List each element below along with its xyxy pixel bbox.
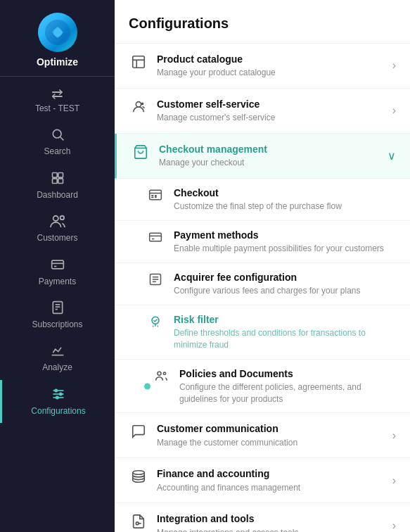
svg-point-46 (158, 372, 161, 375)
svg-point-7 (53, 216, 58, 221)
integration-tools-icon (129, 514, 148, 529)
sidebar-item-subscriptions[interactable]: Subscriptions (0, 293, 115, 336)
svg-point-22 (56, 396, 58, 398)
product-catalogue-icon (129, 54, 148, 70)
list-item[interactable]: Acquirer fee configuration Configure var… (115, 263, 410, 305)
item-content: Customer communication Manage the custom… (157, 422, 384, 448)
list-item[interactable]: Checkout management Manage your checkout… (115, 134, 410, 179)
transfer-icon: ⇄ (51, 87, 63, 101)
chevron-down-icon: ∨ (387, 149, 396, 163)
item-content: Risk filter Define thresholds and condit… (174, 313, 396, 351)
list-item[interactable]: Checkout Customize the final step of the… (115, 179, 410, 221)
app-name: Optimize (37, 56, 78, 68)
page-title: Configurations (115, 0, 410, 44)
configurations-icon (51, 387, 65, 403)
sidebar: Optimize ⇄ Test - TEST Search Dashboard (0, 0, 115, 532)
svg-rect-5 (52, 179, 57, 184)
item-desc: Manage integrations and access tools (157, 527, 384, 532)
config-list: Product catalogue Manage your product ca… (115, 44, 410, 532)
list-item[interactable]: Risk filter Define thresholds and condit… (115, 305, 410, 360)
item-content: Payment methods Enable multiple payment … (174, 229, 396, 255)
list-item[interactable]: Integration and tools Manage integration… (115, 503, 410, 532)
item-title: Policies and Documents (179, 367, 396, 380)
svg-point-48 (133, 471, 145, 475)
item-title: Risk filter (174, 313, 396, 326)
search-icon (51, 127, 65, 144)
item-desc: Enable multiple payment possibilities fo… (174, 243, 396, 255)
chevron-right-icon: › (392, 104, 396, 117)
svg-rect-23 (133, 56, 145, 68)
sidebar-item-label: Payments (39, 277, 76, 286)
customer-communication-icon (129, 424, 148, 439)
arrow-annotation (115, 319, 118, 345)
sidebar-item-payments[interactable]: Payments (0, 251, 115, 293)
risk-filter-icon (146, 315, 165, 329)
item-desc: Configure the different policies, agreem… (179, 381, 396, 405)
item-content: Checkout Customize the final step of the… (174, 186, 396, 213)
dashboard-icon (51, 171, 65, 187)
svg-point-1 (53, 130, 61, 139)
sidebar-item-label: Subscriptions (32, 319, 82, 329)
svg-rect-9 (51, 260, 63, 269)
sidebar-item-label: Search (44, 146, 70, 156)
sidebar-item-label: Configurations (31, 406, 85, 416)
customer-self-service-icon (129, 99, 148, 115)
item-title: Checkout (174, 186, 396, 199)
online-indicator (144, 383, 150, 389)
sidebar-item-analyze[interactable]: Analyze (0, 336, 115, 379)
item-title: Customer communication (157, 422, 384, 435)
chevron-right-icon: › (392, 59, 396, 72)
item-title: Checkout management (159, 143, 379, 156)
item-desc: Configure various fees and charges for y… (174, 285, 396, 297)
sidebar-item-customers[interactable]: Customers (0, 207, 115, 250)
item-desc: Manage the customer communication (157, 437, 384, 449)
svg-rect-6 (58, 179, 63, 184)
chevron-right-icon: › (392, 429, 396, 442)
item-desc: Customize the final step of the purchase… (174, 201, 396, 213)
sidebar-item-label: Test - TEST (35, 103, 79, 113)
svg-rect-32 (151, 196, 153, 198)
subscriptions-icon (51, 300, 65, 317)
item-content: Customer self-service Manage customer's … (157, 98, 384, 124)
sidebar-item-configurations[interactable]: Configurations (0, 380, 115, 423)
main-content: Configurations Product catalogue Manage … (115, 0, 410, 532)
item-desc: Manage your product catalogue (157, 67, 384, 79)
svg-point-44 (158, 326, 159, 327)
item-title: Customer self-service (157, 98, 384, 110)
svg-point-26 (136, 102, 141, 107)
sidebar-item-dashboard[interactable]: Dashboard (0, 164, 115, 207)
sidebar-divider (0, 76, 115, 77)
list-item[interactable]: Policies and Documents Configure the dif… (115, 360, 410, 414)
acquirer-fee-icon (146, 272, 165, 286)
app-logo (38, 13, 77, 52)
sidebar-item-label: Customers (37, 233, 77, 243)
policies-icon (151, 369, 171, 383)
list-item[interactable]: Payment methods Enable multiple payment … (115, 221, 410, 263)
sidebar-item-label: Dashboard (37, 190, 78, 200)
item-content: Checkout management Manage your checkout (159, 143, 379, 169)
item-content: Integration and tools Manage integration… (157, 512, 384, 532)
svg-point-43 (153, 326, 154, 327)
list-item[interactable]: Customer self-service Manage customer's … (115, 89, 410, 134)
item-desc: Define thresholds and conditions for tra… (174, 327, 396, 351)
sidebar-item-search[interactable]: Search (0, 120, 115, 163)
svg-rect-3 (52, 172, 57, 177)
checkout-management-icon (131, 144, 150, 160)
list-item[interactable]: Customer communication Manage the custom… (115, 413, 410, 458)
list-item[interactable]: Finance and accounting Accounting and fi… (115, 458, 410, 503)
svg-point-27 (141, 103, 144, 106)
sidebar-item-test[interactable]: ⇄ Test - TEST (0, 80, 115, 120)
svg-rect-4 (58, 172, 63, 177)
item-content: Policies and Documents Configure the dif… (179, 367, 396, 405)
item-title: Finance and accounting (157, 467, 384, 480)
payment-methods-icon (146, 230, 165, 244)
svg-point-49 (136, 522, 139, 525)
item-title: Product catalogue (157, 53, 384, 65)
checkout-icon (146, 188, 165, 202)
analyze-icon (51, 343, 65, 360)
svg-rect-31 (151, 195, 153, 196)
chevron-right-icon: › (392, 474, 396, 487)
list-item[interactable]: Product catalogue Manage your product ca… (115, 44, 410, 89)
customers-icon (50, 214, 65, 230)
finance-icon (129, 469, 148, 484)
